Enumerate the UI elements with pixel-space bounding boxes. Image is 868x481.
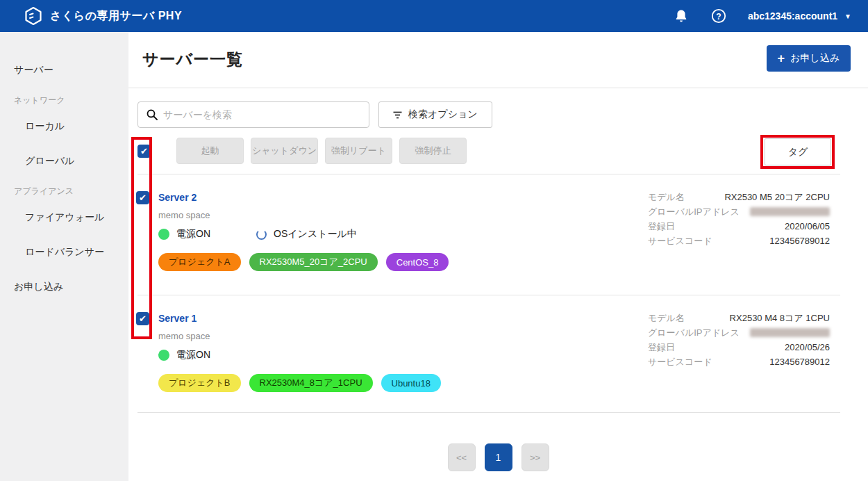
sidebar-item-loadbalancer[interactable]: ロードバランサー [0, 239, 128, 266]
select-all-checkbox[interactable]: ✔ [137, 145, 151, 158]
page-title: サーバー一覧 [142, 49, 243, 70]
server-tags: プロジェクトA RX2530M5_20コア_2CPU CentOS_8 [158, 253, 449, 271]
brand-title: さくらの専用サーバ PHY [50, 9, 182, 24]
main-content: サーバー一覧 + お申し込み 検索オプション ✔ 起動 [128, 32, 868, 481]
model-value: RX2530 M4 8コア 1CPU [730, 312, 830, 325]
sidebar-item-order[interactable]: お申し込み [0, 274, 128, 300]
ip-label: グローバルIPアドレス [648, 206, 740, 218]
server-checkbox[interactable]: ✔ [136, 312, 149, 325]
tag-pill[interactable]: CentOS_8 [386, 253, 449, 271]
account-name: abc12345:account1 [748, 10, 837, 22]
tag-button[interactable]: タグ [765, 138, 831, 165]
account-menu[interactable]: abc12345:account1 ▼ [748, 10, 851, 22]
ip-value-redacted [750, 328, 830, 337]
pagination-prev-button[interactable]: << [448, 443, 476, 471]
tag-pill[interactable]: Ubuntu18 [381, 374, 441, 392]
sidebar-item-global[interactable]: グローバル [0, 148, 128, 174]
title-divider [128, 88, 868, 88]
server-status-row: 電源ON OSインストール中 [158, 228, 357, 241]
sidebar-item-firewall[interactable]: ファイアウォール [0, 204, 128, 231]
code-value: 123456789012 [769, 357, 830, 367]
force-stop-button[interactable]: 強制停止 [399, 138, 467, 164]
force-reboot-button[interactable]: 強制リブート [325, 138, 392, 164]
server-tags: プロジェクトB RX2530M4_8コア_1CPU Ubuntu18 [158, 374, 441, 392]
code-label: サービスコード [648, 235, 712, 247]
search-box [137, 101, 369, 128]
power-on-dot-icon [158, 350, 169, 361]
sidebar-item-local[interactable]: ローカル [0, 113, 128, 140]
pagination: << 1 >> [128, 443, 868, 471]
server-status-row: 電源ON [158, 349, 210, 361]
code-label: サービスコード [648, 356, 712, 368]
tag-pill[interactable]: プロジェクトA [158, 253, 241, 271]
brand[interactable]: さくらの専用サーバ PHY [24, 6, 182, 26]
server-memo: memo space [158, 331, 210, 341]
sidebar-item-server[interactable]: サーバー [0, 57, 128, 83]
row-divider [137, 174, 840, 174]
chevron-down-icon: ▼ [844, 13, 851, 20]
app-window: さくらの専用サーバ PHY ? abc12345:account1 ▼ [0, 0, 868, 481]
notification-bell-icon[interactable] [673, 8, 690, 24]
model-label: モデル名 [648, 312, 685, 325]
power-status-label: 電源ON [176, 228, 210, 241]
server-checkbox[interactable]: ✔ [136, 191, 149, 204]
code-value: 123456789012 [769, 236, 830, 246]
filter-icon [393, 111, 402, 119]
date-value: 2020/06/05 [785, 221, 830, 231]
model-label: モデル名 [648, 191, 685, 204]
date-value: 2020/05/26 [785, 342, 830, 352]
order-button-label: お申し込み [790, 52, 840, 65]
server-name-link[interactable]: Server 1 [158, 313, 197, 324]
ip-label: グローバルIPアドレス [648, 327, 740, 339]
sidebar-section-network: ネットワーク [0, 92, 128, 109]
tag-pill[interactable]: プロジェクトB [158, 374, 241, 392]
help-icon[interactable]: ? [710, 8, 727, 24]
shutdown-button[interactable]: シャットダウン [251, 138, 318, 164]
spinner-icon [256, 229, 267, 240]
row-divider [137, 295, 840, 295]
search-input[interactable] [163, 109, 369, 120]
bulk-action-row: ✔ 起動 シャットダウン 強制リブート 強制停止 [137, 138, 467, 164]
plus-icon: + [778, 52, 785, 65]
model-value: RX2530 M5 20コア 2CPU [724, 191, 830, 204]
top-bar: さくらの専用サーバ PHY ? abc12345:account1 ▼ [0, 0, 868, 32]
date-label: 登録日 [648, 220, 675, 233]
os-status-label: OSインストール中 [274, 228, 357, 241]
search-options-label: 検索オプション [408, 108, 478, 121]
start-button[interactable]: 起動 [176, 138, 244, 164]
server-details: モデル名RX2530 M4 8コア 1CPU グローバルIPアドレス 登録日20… [648, 311, 830, 369]
order-button[interactable]: + お申し込み [767, 45, 851, 72]
hexagon-logo-icon [24, 6, 43, 26]
tag-pill[interactable]: RX2530M4_8コア_1CPU [249, 374, 373, 392]
search-icon [147, 109, 158, 120]
server-name-link[interactable]: Server 2 [158, 192, 197, 203]
pagination-next-button[interactable]: >> [521, 443, 549, 471]
power-status-label: 電源ON [176, 349, 210, 361]
server-details: モデル名RX2530 M5 20コア 2CPU グローバルIPアドレス 登録日2… [648, 190, 830, 248]
ip-value-redacted [750, 207, 830, 216]
sidebar-section-appliance: アプライアンス [0, 183, 128, 200]
tag-pill[interactable]: RX2530M5_20コア_2CPU [249, 253, 378, 271]
pagination-page-1-button[interactable]: 1 [485, 443, 512, 471]
date-label: 登録日 [648, 341, 675, 354]
svg-text:?: ? [716, 12, 721, 22]
power-on-dot-icon [158, 229, 169, 240]
sidebar: サーバー ネットワーク ローカル グローバル アプライアンス ファイアウォール … [0, 32, 128, 481]
search-options-button[interactable]: 検索オプション [378, 101, 492, 128]
row-divider [137, 412, 840, 413]
server-memo: memo space [158, 210, 210, 220]
